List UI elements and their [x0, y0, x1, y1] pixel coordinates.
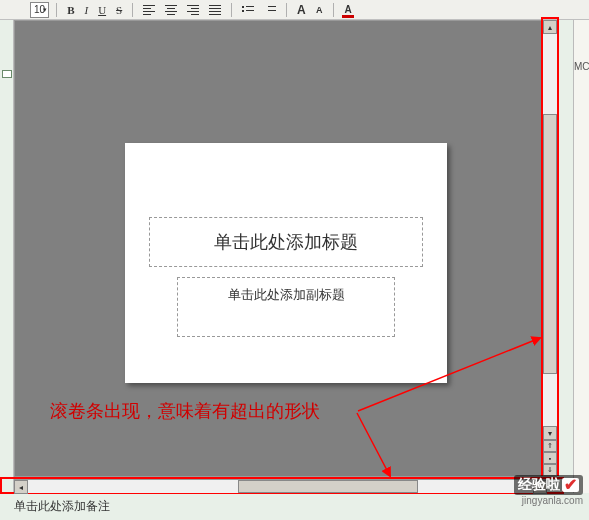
numbered-list-icon — [264, 5, 276, 15]
scroll-up-button[interactable]: ▴ — [543, 20, 557, 34]
checkmark-icon: ✔ — [562, 478, 579, 492]
vertical-scrollbar[interactable]: ▴ ▾ ⇑ ▪ ⇓ — [543, 20, 557, 476]
slide-thumbnail-strip — [0, 20, 14, 493]
color-bar-red — [342, 15, 354, 18]
notes-placeholder[interactable]: 单击此处添加备注 — [14, 498, 110, 515]
align-right-icon — [187, 5, 199, 15]
slide-canvas-area: 单击此处添加标题 单击此处添加副标题 滚卷条出现，意味着有超出的形状 — [14, 20, 557, 477]
toolbar-divider — [333, 3, 334, 17]
bold-button[interactable]: B — [64, 2, 77, 18]
bullet-list-button[interactable] — [239, 2, 257, 18]
slide-nav-buttons: ⇑ ▪ ⇓ — [543, 440, 557, 476]
strikethrough-button[interactable]: S — [113, 2, 125, 18]
watermark: 经验啦 ✔ jingyanla.com — [514, 475, 583, 506]
chevron-down-icon: ▾ — [43, 6, 47, 14]
align-right-button[interactable] — [184, 2, 202, 18]
italic-button[interactable]: I — [81, 2, 91, 18]
toolbar-divider — [231, 3, 232, 17]
task-pane-sliver: MC — [573, 20, 589, 493]
align-left-button[interactable] — [140, 2, 158, 18]
font-size-increase-button[interactable]: A — [294, 2, 308, 18]
title-placeholder[interactable]: 单击此处添加标题 — [149, 217, 423, 267]
toolbar-divider — [132, 3, 133, 17]
v-scroll-track[interactable] — [543, 34, 557, 426]
v-scroll-thumb[interactable] — [543, 114, 557, 374]
subtitle-placeholder[interactable]: 单击此处添加副标题 — [177, 277, 395, 337]
align-center-icon — [165, 5, 177, 15]
underline-button[interactable]: U — [95, 2, 109, 18]
annotation-text: 滚卷条出现，意味着有超出的形状 — [50, 399, 320, 423]
font-size-decrease-button[interactable]: A — [312, 2, 326, 18]
title-text: 单击此处添加标题 — [214, 230, 358, 254]
formatting-toolbar: 10 ▾ B I U S A — [0, 0, 589, 20]
watermark-brand: 经验啦 ✔ — [514, 475, 583, 495]
letter-a-large-icon: A — [297, 3, 306, 17]
letter-a-small-icon: A — [316, 5, 323, 15]
scroll-left-button[interactable]: ◂ — [14, 480, 28, 494]
toolbar-divider — [56, 3, 57, 17]
watermark-url: jingyanla.com — [514, 495, 583, 506]
slide-picker-button[interactable]: ▪ — [543, 452, 557, 464]
horizontal-scrollbar[interactable]: ◂ ▸ — [14, 479, 547, 493]
subtitle-text: 单击此处添加副标题 — [228, 286, 345, 304]
slide[interactable]: 单击此处添加标题 单击此处添加副标题 — [125, 143, 447, 383]
bullet-list-icon — [242, 5, 254, 15]
align-justify-icon — [209, 5, 221, 15]
align-left-icon — [143, 5, 155, 15]
prev-slide-button[interactable]: ⇑ — [543, 440, 557, 452]
watermark-brand-text: 经验啦 — [518, 476, 560, 494]
align-justify-button[interactable] — [206, 2, 224, 18]
h-scroll-track[interactable] — [28, 480, 533, 493]
scroll-down-button[interactable]: ▾ — [543, 426, 557, 440]
font-size-dropdown[interactable]: 10 ▾ — [30, 2, 49, 18]
sidepane-chars: MC — [574, 20, 589, 74]
h-scroll-thumb[interactable] — [238, 480, 418, 493]
toolbar-divider — [286, 3, 287, 17]
slide-thumbnail[interactable] — [2, 70, 12, 78]
font-color-button[interactable]: A — [341, 2, 355, 18]
align-center-button[interactable] — [162, 2, 180, 18]
numbered-list-button[interactable] — [261, 2, 279, 18]
